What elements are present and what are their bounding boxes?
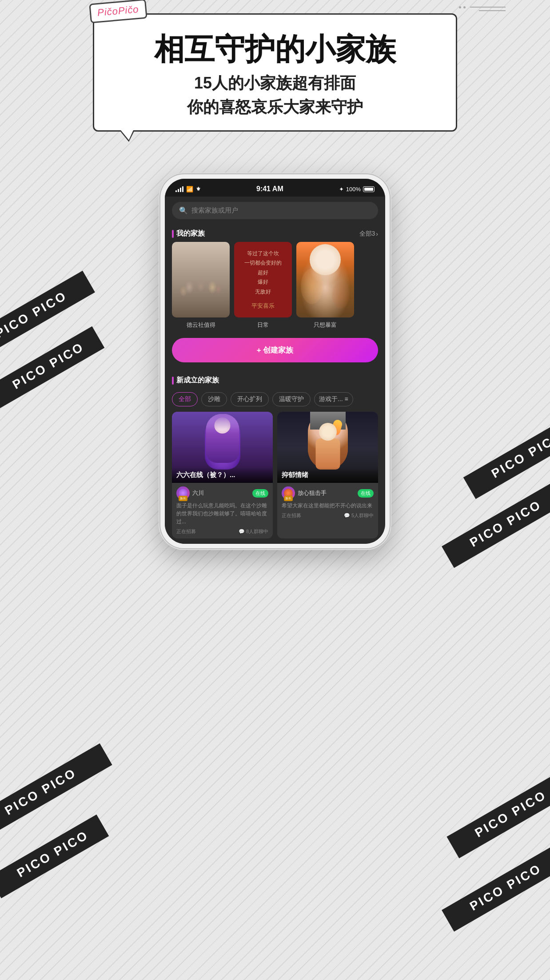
new-families-section: 新成立的家族 全部 沙雕 开心扩列 [165,371,385,544]
filter-tags-list: 全部 沙雕 开心扩列 温暖守护 游戏于... ≡ [165,389,385,412]
battery-fill [364,188,373,191]
family-grid: 六六在线（被？）... 族长 [165,412,385,538]
filter-tag-all[interactable]: 全部 [172,392,198,406]
grid-card-2-image: 抑郁情绪 [277,412,378,483]
my-family-header: 我的家族 全部3 › [165,225,385,242]
family-card-1[interactable]: 德云社值得 [172,242,230,329]
family-card-3-name: 只想暴富 [314,321,337,329]
hero-subtitle: 15人的小家族超有排面 你的喜怒哀乐大家来守护 [112,71,438,119]
family-desc-2: 希望大家在这里都能把不开心的说出来 [282,502,374,510]
carrier-logo: ⚜ [196,186,201,192]
online-badge-2: 在线 [358,489,374,498]
family-grid-card-1[interactable]: 六六在线（被？）... 族长 [172,412,273,538]
chat-icon-2: 💬 [344,513,350,518]
grid-card-1-overlay: 六六在线（被？）... [172,467,273,483]
group-photo-simulation [172,242,230,317]
new-title-accent-bar [172,377,174,385]
filter-tag-more[interactable]: 游戏于... ≡ [314,392,353,406]
search-bar[interactable]: 🔍 搜索家族或用户 [172,202,378,219]
chevron-right-icon: › [376,230,378,237]
owner-avatar-2: 族长 [282,486,295,500]
status-bar: 📶 ⚜ 9:41 AM ✦ 100% [165,179,385,197]
card-text-line3: 超好 [244,268,282,278]
status-time: 9:41 AM [256,185,283,193]
grid-card-2-info: 族长 放心狙击手 在线 希望大家在这里都能把不开心的说出来 正在招募 [277,483,378,522]
grid-card-1-owner: 族长 六川 在线 [176,486,268,500]
logo-box: PičoPičo [89,0,147,23]
chat-count-1: 💬 8人群聊中 [239,528,268,535]
grid-card-1-image: 六六在线（被？）... [172,412,273,483]
new-families-title-wrap: 新成立的家族 [172,376,219,385]
family-card-3-image [296,242,354,317]
family-cards-list: 德云社值得 等过了这个坎 一切都会变好的 超好 爆好 无敌好 [165,242,385,336]
family-grid-card-2[interactable]: 抑郁情绪 族长 放心 [277,412,378,538]
new-families-title: 新成立的家族 [176,376,219,385]
filter-shadian-label: 沙雕 [208,395,220,402]
filter-all-label: 全部 [179,395,191,402]
create-family-button[interactable]: + 创建家族 [172,338,378,362]
owner-left-1: 族长 六川 [176,486,204,500]
family-card-1-name: 德云社值得 [187,321,215,329]
family-card-2-name: 日常 [257,321,269,329]
hero-section: PičoPičo 相互守护的小家族 15人的小家族超有排面 你的喜怒哀乐大家来守… [0,13,550,132]
search-section: 🔍 搜索家族或用户 [165,197,385,225]
create-family-label: + 创建家族 [257,346,294,354]
family-desc-1: 面子是什么玩意儿能吃吗。在这个沙雕的世界我们也沙雕就够了。嘻嘻哈哈度过... [176,502,268,526]
logo-text: PičoPičo [97,4,139,18]
card-text-line4: 爆好 [244,277,282,287]
signal-bar-4 [182,186,183,192]
signal-bar-3 [180,188,181,192]
status-left: 📶 ⚜ [175,186,201,193]
anime-girl-simulation [296,242,354,317]
see-all-button[interactable]: 全部3 › [359,230,378,238]
signal-bars [175,186,183,192]
grid-card-2-title: 抑郁情绪 [282,471,374,479]
comic-box: PičoPičo 相互守护的小家族 15人的小家族超有排面 你的喜怒哀乐大家来守… [93,13,457,132]
filter-more-label: 游戏于... [319,395,343,402]
battery-percent: 100% [346,186,361,193]
family-card-2-image: 等过了这个坎 一切都会变好的 超好 爆好 无敌好 平安喜乐 [234,242,292,317]
phone-outer: 📶 ⚜ 9:41 AM ✦ 100% 🔍 搜 [159,173,391,549]
filter-warmth-label: 温暖守护 [279,395,304,402]
status-right: ✦ 100% [339,186,375,193]
hero-subtitle-line1: 15人的小家族超有排面 [112,71,438,95]
owner-badge-1: 族长 [179,496,187,501]
family-card-3[interactable]: 只想暴富 [296,242,354,329]
owner-left-2: 族长 放心狙击手 [282,486,327,500]
search-icon: 🔍 [179,206,188,215]
owner-name-1: 六川 [192,489,204,497]
filter-kualie-label: 开心扩列 [237,395,262,402]
card-2-main-text: 等过了这个坎 一切都会变好的 超好 爆好 无敌好 [244,249,282,297]
app-content: 🔍 搜索家族或用户 我的家族 全部3 › [165,197,385,544]
recruiting-badge-2: 正在招募 [282,512,301,519]
owner-badge-2: 族长 [284,496,293,501]
hero-subtitle-line2: 你的喜怒哀乐大家来守护 [112,95,438,119]
grid-card-2-overlay: 抑郁情绪 [277,467,378,483]
card-2-bottom-text: 平安喜乐 [251,301,275,311]
family-footer-2: 正在招募 💬 5人群聊中 [282,512,374,519]
phone-mockup: 📶 ⚜ 9:41 AM ✦ 100% 🔍 搜 [159,173,391,549]
chat-icon-1: 💬 [239,529,245,534]
chat-count-2: 💬 5人群聊中 [344,512,374,519]
family-card-2[interactable]: 等过了这个坎 一切都会变好的 超好 爆好 无敌好 平安喜乐 日常 [234,242,292,329]
signal-bar-1 [175,190,177,192]
family-card-1-image [172,242,230,317]
online-badge-1: 在线 [252,489,268,498]
filter-tag-warmth[interactable]: 温暖守护 [272,392,311,406]
grid-card-1-title: 六六在线（被？）... [176,471,268,479]
new-families-header: 新成立的家族 [165,371,385,389]
family-card-2-bg: 等过了这个坎 一切都会变好的 超好 爆好 无敌好 平安喜乐 [234,242,292,317]
filter-more-icon: ≡ [345,395,348,402]
filter-tag-kualie[interactable]: 开心扩列 [231,392,269,406]
battery-icon [363,186,375,192]
phone-inner: 📶 ⚜ 9:41 AM ✦ 100% 🔍 搜 [165,179,385,544]
family-footer-1: 正在招募 💬 8人群聊中 [176,528,268,535]
hero-title: 相互守护的小家族 [112,32,438,66]
card-text-line2: 一切都会变好的 [244,258,282,268]
chat-count-text-2: 5人群聊中 [351,512,374,519]
search-placeholder: 搜索家族或用户 [191,206,238,215]
owner-name-2: 放心狙击手 [298,489,327,497]
filter-tag-shadian[interactable]: 沙雕 [201,392,227,406]
my-family-title-wrap: 我的家族 [172,229,205,238]
grid-card-2-owner: 族长 放心狙击手 在线 [282,486,374,500]
